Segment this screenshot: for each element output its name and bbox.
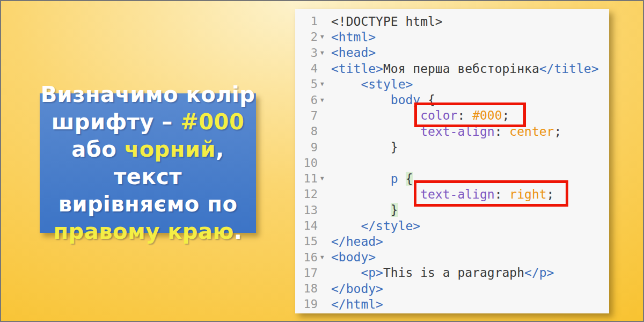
callout-segment: правому краю bbox=[53, 219, 233, 244]
code-line[interactable]: 16▼<body> bbox=[295, 249, 609, 265]
line-number: 4 bbox=[295, 62, 318, 75]
code-content: </head> bbox=[331, 235, 383, 248]
code-content: <title>Моя перша вебсторінка</title> bbox=[331, 62, 599, 76]
code-content: } bbox=[331, 140, 398, 154]
line-number: 8 bbox=[295, 125, 318, 138]
matched-brace: { bbox=[406, 172, 413, 186]
line-number: 16 bbox=[295, 251, 318, 264]
code-content: </html> bbox=[331, 297, 383, 311]
code-line[interactable]: 3▼<head> bbox=[295, 45, 609, 61]
code-token: <html> bbox=[331, 30, 376, 44]
code-content: <style> bbox=[331, 77, 413, 91]
code-token: <style> bbox=[361, 77, 413, 91]
code-token: </head> bbox=[331, 235, 383, 248]
fold-triangle-icon[interactable]: ▼ bbox=[318, 254, 331, 261]
code-token: ; bbox=[554, 125, 561, 138]
code-line[interactable]: 1<!DOCTYPE html> bbox=[295, 13, 609, 29]
code-token: <body> bbox=[331, 250, 376, 264]
code-token bbox=[331, 219, 361, 233]
code-token bbox=[331, 125, 420, 138]
code-editor-panel[interactable]: 1<!DOCTYPE html>2▼<html>3▼<head>4<title>… bbox=[295, 9, 609, 313]
code-token: This is a paragraph bbox=[383, 266, 524, 280]
callout-line: або чорний, текст bbox=[40, 136, 256, 191]
matched-brace: } bbox=[391, 203, 398, 217]
code-line[interactable]: 15</head> bbox=[295, 233, 609, 249]
line-number: 10 bbox=[295, 156, 318, 170]
red-highlight-box bbox=[414, 103, 526, 127]
line-number: 12 bbox=[295, 187, 318, 201]
code-line[interactable]: 5▼ <style> bbox=[295, 76, 609, 92]
callout-segment: вирівняємо по bbox=[58, 192, 238, 216]
code-token: </body> bbox=[331, 282, 383, 296]
line-number: 5 bbox=[295, 77, 318, 91]
fold-triangle-icon[interactable]: ▼ bbox=[318, 175, 331, 182]
line-number: 6 bbox=[295, 93, 318, 107]
red-highlight-box bbox=[414, 180, 568, 207]
code-line[interactable]: 9 } bbox=[295, 139, 609, 155]
line-number: 19 bbox=[295, 297, 318, 311]
callout-segment: шрифту – bbox=[52, 109, 180, 134]
code-token: } bbox=[331, 140, 398, 154]
code-content: <head> bbox=[331, 46, 376, 60]
callout-segment: чорний bbox=[125, 137, 216, 162]
code-content: } bbox=[331, 203, 398, 217]
code-token: <p> bbox=[361, 266, 383, 280]
callout-line: шрифту – #000 bbox=[40, 108, 256, 136]
code-token: </title> bbox=[539, 62, 599, 76]
code-token: </html> bbox=[331, 297, 383, 311]
code-token bbox=[331, 93, 391, 107]
code-line[interactable]: 4<title>Моя перша вебсторінка</title> bbox=[295, 61, 609, 76]
callout-segment: . bbox=[234, 219, 243, 244]
code-token bbox=[331, 172, 391, 186]
code-content: <body> bbox=[331, 250, 376, 264]
line-number: 15 bbox=[295, 235, 318, 248]
code-content: <p>This is a paragraph</p> bbox=[331, 266, 554, 280]
callout-line: Визначимо колір bbox=[40, 81, 256, 108]
callout-line: вирівняємо по bbox=[40, 191, 256, 218]
line-number: 1 bbox=[295, 14, 318, 28]
callout-line: правому краю. bbox=[40, 218, 256, 245]
code-line[interactable]: 10 bbox=[295, 155, 609, 171]
code-content: </style> bbox=[331, 219, 420, 233]
callout-segment: #000 bbox=[180, 109, 244, 134]
code-token: <head> bbox=[331, 46, 376, 60]
line-number: 17 bbox=[295, 266, 318, 280]
line-number: 14 bbox=[295, 219, 318, 232]
code-content: p { bbox=[331, 172, 413, 186]
code-token: <!DOCTYPE html> bbox=[331, 14, 443, 28]
code-lines: 1<!DOCTYPE html>2▼<html>3▼<head>4<title>… bbox=[295, 9, 609, 312]
callout-box: Визначимо коліршрифту – #000або чорний, … bbox=[40, 93, 256, 233]
code-line[interactable]: 2▼<html> bbox=[295, 29, 609, 45]
code-token bbox=[331, 187, 420, 201]
line-number: 11 bbox=[295, 172, 318, 185]
fold-triangle-icon[interactable]: ▼ bbox=[318, 97, 331, 104]
fold-triangle-icon[interactable]: ▼ bbox=[318, 80, 331, 87]
code-line[interactable]: 18</body> bbox=[295, 281, 609, 296]
slide-canvas: Визначимо коліршрифту – #000або чорний, … bbox=[0, 0, 644, 322]
callout-segment: Визначимо колір bbox=[41, 82, 255, 107]
code-line[interactable]: 14 </style> bbox=[295, 218, 609, 233]
code-content: </body> bbox=[331, 282, 383, 296]
code-token bbox=[331, 203, 391, 217]
code-token: <title> bbox=[331, 62, 383, 76]
fold-triangle-icon[interactable]: ▼ bbox=[318, 49, 331, 56]
code-token: </style> bbox=[361, 219, 420, 233]
code-token: p bbox=[391, 172, 398, 186]
code-token bbox=[331, 108, 420, 122]
line-number: 7 bbox=[295, 109, 318, 122]
code-content: <html> bbox=[331, 30, 376, 44]
line-number: 18 bbox=[295, 282, 318, 295]
code-token bbox=[331, 77, 361, 91]
line-number: 13 bbox=[295, 203, 318, 217]
code-token bbox=[398, 172, 406, 186]
code-line[interactable]: 17 <p>This is a paragraph</p> bbox=[295, 265, 609, 281]
callout-segment: або bbox=[71, 137, 124, 162]
code-content: <!DOCTYPE html> bbox=[331, 14, 443, 28]
code-token: Моя перша вебсторінка bbox=[383, 62, 539, 76]
callout-text: Визначимо коліршрифту – #000або чорний, … bbox=[40, 81, 256, 245]
code-line[interactable]: 19</html> bbox=[295, 296, 609, 312]
line-number: 9 bbox=[295, 141, 318, 154]
line-number: 3 bbox=[295, 46, 318, 60]
code-token bbox=[331, 266, 361, 280]
fold-triangle-icon[interactable]: ▼ bbox=[318, 33, 331, 40]
